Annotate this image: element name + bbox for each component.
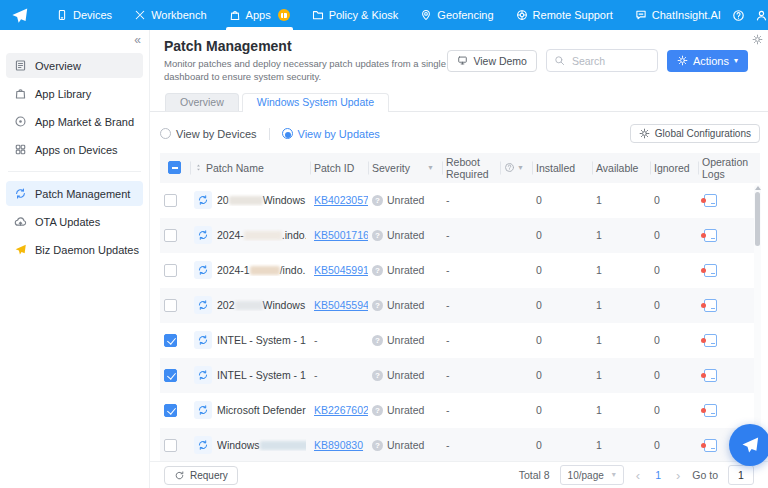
sidebar-item-app-market-brand[interactable]: App Market & Brand <box>6 109 143 134</box>
sidebar-item-overview[interactable]: Overview <box>6 53 143 78</box>
row-checkbox[interactable] <box>164 369 177 382</box>
row-checkbox[interactable] <box>164 264 177 277</box>
operation-log-icon[interactable] <box>704 229 717 242</box>
operation-log-icon[interactable] <box>704 369 717 382</box>
apps-icon <box>229 9 241 21</box>
patch-sync-icon <box>194 331 212 349</box>
radio-view-by-devices[interactable]: View by Devices <box>160 128 257 140</box>
page-settings-gear-icon[interactable] <box>752 34 763 45</box>
row-checkbox[interactable] <box>164 299 177 312</box>
reboot-required-cell: - <box>442 194 500 206</box>
column-header-check <box>160 159 190 176</box>
sidebar-item-apps-on-devices[interactable]: Apps on Devices <box>6 137 143 162</box>
support-chat-float-button[interactable] <box>729 424 768 466</box>
reboot-required-cell: - <box>442 404 500 416</box>
operation-log-icon[interactable] <box>704 264 717 277</box>
goto-page-input[interactable] <box>728 465 754 485</box>
unrated-question-icon: ? <box>372 300 383 311</box>
severity-value: Unrated <box>387 404 424 416</box>
sidebar-collapse-icon[interactable]: « <box>134 34 141 46</box>
sidebar-item-biz-daemon-updates[interactable]: Biz Daemon Updates <box>6 237 143 262</box>
page-size-select[interactable]: 10/page ▾ <box>560 465 624 485</box>
nav-item-geofencing[interactable]: Geofencing <box>409 0 504 30</box>
nav-item-remote-support[interactable]: Remote Support <box>505 0 624 30</box>
nav-item-policy-kiosk[interactable]: Policy & Kiosk <box>301 0 410 30</box>
column-label: Operation Logs <box>702 156 748 180</box>
patch-name: 2024-1/indo... <box>217 264 306 276</box>
column-label: Severity <box>372 162 410 174</box>
scrollbar-up-arrow-icon[interactable] <box>755 186 761 190</box>
sync-icon <box>14 187 27 200</box>
table-row: INTEL - System - 10/3/...-?Unrated-010 <box>160 358 760 393</box>
installed-cell: 0 <box>532 369 592 381</box>
sidebar-item-label: Apps on Devices <box>35 144 118 156</box>
patch-id-value: - <box>314 334 318 346</box>
sort-icon[interactable] <box>194 162 203 173</box>
help-icon[interactable] <box>732 9 745 22</box>
reboot-required-value: - <box>446 229 450 241</box>
patch-id-link[interactable]: KB890830 <box>314 439 363 451</box>
support-icon[interactable] <box>755 9 768 22</box>
nav-item-workbench[interactable]: Workbench <box>123 0 217 30</box>
operation-log-icon[interactable] <box>704 404 717 417</box>
view-toolbar: View by DevicesView by UpdatesGlobal Con… <box>160 120 760 148</box>
sidebar-item-patch-management[interactable]: Patch Management <box>6 181 143 206</box>
installed-cell: 0 <box>532 194 592 206</box>
sidebar-item-ota-updates[interactable]: OTA Updates <box>6 209 143 234</box>
patch-table: Patch NamePatch IDSeverity▼Reboot Requir… <box>160 153 760 463</box>
actions-button[interactable]: Actions ▾ <box>667 50 748 72</box>
sidebar-divider <box>8 171 141 172</box>
actions-label: Actions <box>693 55 729 67</box>
row-checkbox-cell <box>160 194 190 207</box>
requery-button[interactable]: Requery <box>164 466 238 485</box>
unrated-question-icon: ? <box>372 195 383 206</box>
row-checkbox[interactable] <box>164 194 177 207</box>
sidebar-item-app-library[interactable]: App Library <box>6 81 143 106</box>
severity-value: Unrated <box>387 194 424 206</box>
row-checkbox[interactable] <box>164 439 177 452</box>
nav-item-chatinsight-ai[interactable]: ChatInsight.AI <box>624 0 732 30</box>
tab-windows-system-update[interactable]: Windows System Update <box>242 93 389 112</box>
installed-value: 0 <box>536 299 542 311</box>
patch-id-link[interactable]: KB5045991 <box>314 264 368 276</box>
patch-id-link[interactable]: KB5045594 <box>314 299 368 311</box>
refresh-icon <box>174 470 185 481</box>
next-page-button[interactable]: › <box>674 469 682 482</box>
severity-cell: ?Unrated <box>368 299 442 311</box>
table-scrollbar[interactable] <box>754 185 761 461</box>
operation-log-icon[interactable] <box>704 299 717 312</box>
nav-item-apps[interactable]: Apps <box>218 0 301 30</box>
sync-icon <box>197 299 209 311</box>
search-input[interactable] <box>570 54 640 68</box>
scrollbar-thumb[interactable] <box>755 192 760 246</box>
sync-icon <box>197 194 209 206</box>
row-checkbox[interactable] <box>164 404 177 417</box>
operation-log-icon[interactable] <box>704 439 717 452</box>
patch-id-link[interactable]: KB4023057 <box>314 194 368 206</box>
page-number-1[interactable]: 1 <box>652 469 664 481</box>
filter-chevron-down-icon[interactable]: ▼ <box>427 164 438 171</box>
operation-log-icon[interactable] <box>704 334 717 347</box>
row-checkbox[interactable] <box>164 229 177 242</box>
column-help-icon[interactable] <box>504 162 515 173</box>
operation-log-icon[interactable] <box>704 194 717 207</box>
patch-id-link[interactable]: KB2267602 <box>314 404 368 416</box>
select-all-checkbox[interactable] <box>168 161 181 174</box>
severity-value: Unrated <box>387 439 424 451</box>
global-configurations-button[interactable]: Global Configurations <box>630 124 760 143</box>
filter-chevron-down-icon[interactable]: ▼ <box>517 164 528 171</box>
reboot-required-cell: - <box>442 369 500 381</box>
tab-overview[interactable]: Overview <box>165 93 239 111</box>
search-box[interactable] <box>546 49 658 72</box>
row-checkbox[interactable] <box>164 334 177 347</box>
nav-item-devices[interactable]: Devices <box>45 0 123 30</box>
prev-page-button[interactable]: ‹ <box>634 469 642 482</box>
ignored-value: 0 <box>654 404 660 416</box>
view-demo-button[interactable]: View Demo <box>447 50 537 72</box>
patch-id-link[interactable]: KB5001716 <box>314 229 368 241</box>
radio-view-by-updates[interactable]: View by Updates <box>282 128 380 140</box>
airdroid-logo-icon[interactable] <box>10 3 29 27</box>
available-cell: 1 <box>592 299 650 311</box>
reboot-required-value: - <box>446 264 450 276</box>
toolbar-divider <box>269 128 270 140</box>
